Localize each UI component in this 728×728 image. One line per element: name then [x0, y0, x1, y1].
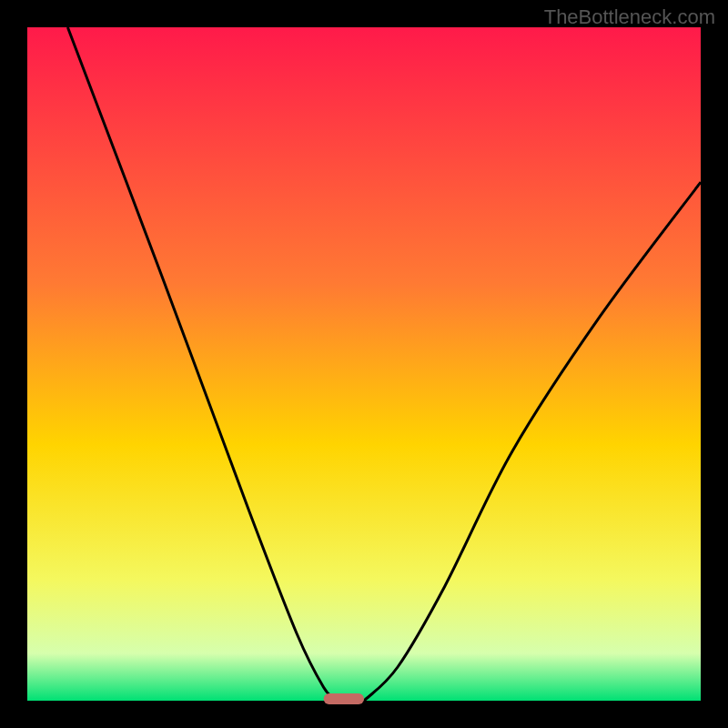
bottleneck-chart — [0, 0, 728, 728]
watermark-text: TheBottleneck.com — [544, 5, 715, 29]
optimal-indicator — [324, 693, 364, 704]
chart-background — [27, 27, 701, 701]
